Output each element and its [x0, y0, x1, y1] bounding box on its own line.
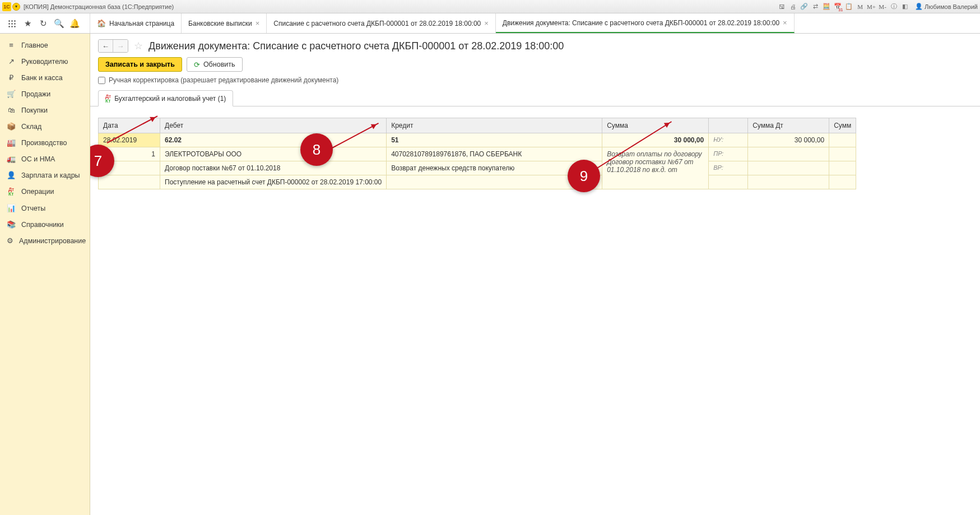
table-row[interactable]: 1 ЭЛЕКТРОТОВАРЫ ООО 40702810789189761876… — [99, 147, 856, 161]
cell-debit-acc: 62.02 — [160, 133, 387, 147]
favorite-star[interactable]: ☆ — [134, 40, 143, 52]
menu-icon: ≡ — [7, 41, 16, 49]
compare-icon[interactable]: ⇄ — [811, 2, 820, 11]
m-minus[interactable]: M- — [878, 2, 887, 11]
books-icon: 📚 — [7, 220, 16, 229]
sidebar-item-operations[interactable]: ДтКтОперации — [0, 183, 90, 200]
th-sum-dt[interactable]: Сумма Дт — [748, 118, 829, 133]
truck-icon: 🚛 — [7, 155, 16, 163]
cell-empty — [829, 175, 856, 189]
cell-empty — [748, 175, 829, 189]
th-sum-kt[interactable]: Сумм — [829, 118, 856, 133]
sidebar-item-manager[interactable]: ↗Руководителю — [0, 53, 90, 69]
annotation-9: 9 — [568, 160, 600, 192]
sidebar-item-assets[interactable]: 🚛ОС и НМА — [0, 151, 90, 167]
close-icon[interactable]: × — [783, 18, 787, 27]
cell-sum-kt — [829, 133, 856, 147]
close-icon[interactable]: × — [484, 19, 489, 27]
grid-container: Дата Дебет Кредит Сумма Сумма Дт Сумм 28… — [90, 106, 980, 515]
history-icon[interactable]: ↻ — [38, 18, 48, 29]
cell-credit-l1: 40702810789189761876, ПАО СБЕРБАНК — [387, 147, 602, 161]
manual-edit-label: Ручная корректировка (разрешает редактир… — [109, 76, 338, 84]
save-icon[interactable]: 🖫 — [777, 2, 786, 11]
calc-icon[interactable]: 🧮 — [822, 2, 831, 11]
bell-icon[interactable]: 🔔 — [69, 18, 80, 29]
th-credit[interactable]: Кредит — [387, 118, 602, 133]
movements-table: Дата Дебет Кредит Сумма Сумма Дт Сумм 28… — [98, 118, 856, 189]
cell-sum-dt: 30 000,00 — [748, 133, 829, 147]
sidebar-item-bank[interactable]: ₽Банк и касса — [0, 69, 90, 86]
box-icon: 📦 — [7, 122, 16, 131]
cell-empty — [99, 175, 160, 189]
cart-icon: 🛒 — [7, 90, 16, 98]
apps-icon[interactable] — [7, 18, 17, 29]
main-toolbar: ★ ↻ 🔍 🔔 🏠Начальная страница Банковские в… — [0, 13, 980, 34]
main-panel: ← → ☆ Движения документа: Списание с рас… — [90, 34, 980, 515]
close-icon[interactable]: × — [256, 19, 260, 27]
clipboard-icon[interactable]: 📋 — [844, 2, 853, 11]
manual-edit-checkbox[interactable] — [98, 77, 105, 84]
tab-home[interactable]: 🏠Начальная страница — [90, 13, 182, 33]
table-row[interactable]: Поступление на расчетный счет ДКБП-00000… — [99, 175, 856, 189]
window-title: [КОПИЯ] Демонстрационная база (1С:Предпр… — [24, 3, 174, 10]
table-row[interactable]: Договор поставки №67 от 01.10.2018 Возвр… — [99, 161, 856, 175]
sidebar-item-admin[interactable]: ⚙Администрирование — [0, 233, 90, 249]
tab-movements[interactable]: Движения документа: Списание с расчетног… — [496, 13, 795, 33]
window-titlebar: 1C ▾ [КОПИЯ] Демонстрационная база (1С:П… — [0, 0, 980, 13]
print-icon[interactable]: 🖨 — [788, 2, 797, 11]
current-user[interactable]: 👤Любимов Валерий — [915, 3, 978, 10]
m-plus[interactable]: M+ — [867, 2, 876, 11]
annotation-8: 8 — [300, 133, 333, 166]
home-icon: 🏠 — [97, 19, 106, 27]
tab-bank-statements[interactable]: Банковские выписки× — [182, 13, 267, 33]
sidebar-item-purchases[interactable]: 🛍Покупки — [0, 102, 90, 118]
star-icon[interactable]: ★ — [22, 18, 32, 29]
save-close-button[interactable]: Записать и закрыть — [98, 57, 182, 72]
search-icon[interactable]: 🔍 — [54, 18, 64, 29]
factory-icon: 🏭 — [7, 138, 16, 147]
person-icon: 👤 — [7, 171, 16, 179]
table-row[interactable]: 28.02.2019 62.02 51 30 000,00 НУ: 30 000… — [99, 133, 856, 147]
dtkt-icon: ДтКт — [7, 187, 16, 196]
cell-empty — [709, 175, 748, 189]
trend-icon: ↗ — [7, 57, 16, 66]
sidebar-item-main[interactable]: ≡Главное — [0, 37, 90, 53]
cell-empty — [748, 147, 829, 161]
cell-debit-l2: Договор поставки №67 от 01.10.2018 — [160, 161, 387, 175]
cell-empty — [748, 161, 829, 175]
sidebar-item-production[interactable]: 🏭Производство — [0, 134, 90, 151]
tab-writeoff[interactable]: Списание с расчетного счета ДКБП-000001 … — [267, 13, 496, 33]
sidebar-item-reports[interactable]: 📊Отчеты — [0, 200, 90, 216]
ruble-icon: ₽ — [7, 73, 16, 82]
sidebar-item-hr[interactable]: 👤Зарплата и кадры — [0, 167, 90, 183]
app-icon: 1C — [2, 2, 11, 11]
nav-forward-button[interactable]: → — [113, 40, 128, 52]
panel-icon[interactable]: ◧ — [900, 2, 909, 11]
link-icon[interactable]: 🔗 — [800, 2, 809, 11]
sidebar: ≡Главное ↗Руководителю ₽Банк и касса 🛒Пр… — [0, 34, 90, 515]
th-debit[interactable]: Дебет — [160, 118, 387, 133]
gear-icon: ⚙ — [7, 236, 13, 245]
m-memory[interactable]: M — [856, 2, 865, 11]
sidebar-item-sales[interactable]: 🛒Продажи — [0, 86, 90, 102]
tab-accounting[interactable]: ДтКт Бухгалтерский и налоговый учет (1) — [98, 90, 233, 106]
cell-empty — [829, 161, 856, 175]
sidebar-item-warehouse[interactable]: 📦Склад — [0, 118, 90, 134]
cell-debit-l3: Поступление на расчетный счет ДКБП-00000… — [160, 175, 387, 189]
annotation-7: 7 — [90, 145, 114, 177]
cell-credit-acc: 51 — [387, 133, 602, 147]
app-menu-dropdown[interactable]: ▾ — [12, 3, 20, 11]
dtkt-icon: ДтКт — [105, 94, 111, 103]
th-empty[interactable] — [709, 118, 748, 133]
cell-nu-label: НУ: — [709, 133, 748, 147]
sidebar-item-catalogs[interactable]: 📚Справочники — [0, 216, 90, 233]
info-icon[interactable]: ⓘ — [889, 2, 898, 11]
cell-pr-label: ПР: — [709, 147, 748, 161]
cell-debit-l1: ЭЛЕКТРОТОВАРЫ ООО — [160, 147, 387, 161]
refresh-button[interactable]: ⟳Обновить — [187, 57, 243, 72]
cell-vr-label: ВР: — [709, 161, 748, 175]
bag-icon: 🛍 — [7, 106, 16, 114]
tab-bar: 🏠Начальная страница Банковские выписки× … — [90, 13, 795, 33]
nav-back-button[interactable]: ← — [99, 40, 113, 52]
calendar-icon[interactable]: 📅31 — [833, 2, 842, 11]
